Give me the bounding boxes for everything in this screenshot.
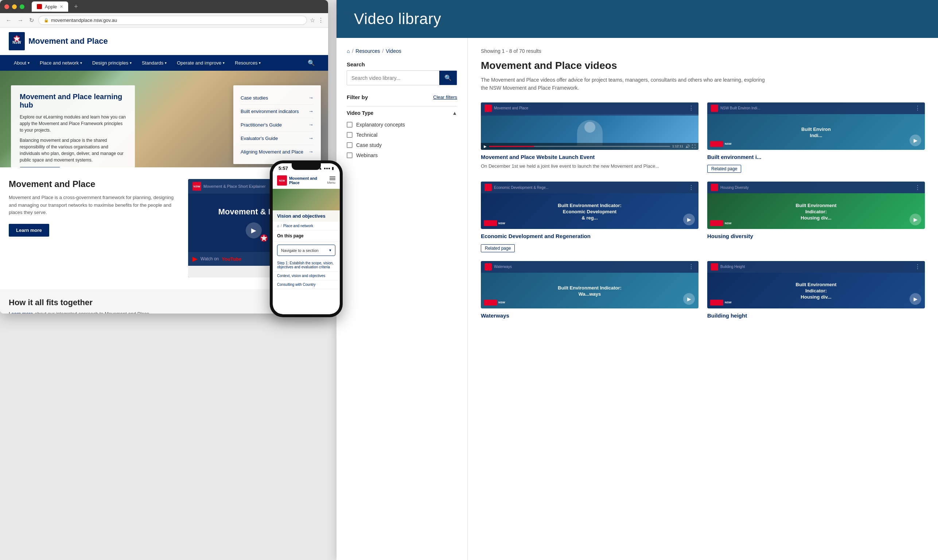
close-button[interactable] [5,5,9,9]
dropdown-case-studies[interactable]: Case studies → [241,91,314,105]
browser-toolbar: ← → ↻ 🔒 movementandplace.nsw.gov.au ☆ ⋮ [0,13,328,28]
chevron-down-icon: ▾ [259,61,261,65]
dropdown-practitioners-guide[interactable]: Practitioner's Guide → [241,118,314,132]
star-button[interactable]: ☆ [310,17,315,24]
nav-resources[interactable]: Resources ▾ [230,56,266,70]
hamburger-icon [329,178,335,178]
arrow-right-icon: → [308,149,314,155]
video-time: 1:12:11 [672,145,683,148]
nav-operate[interactable]: Operate and improve ▾ [172,56,230,70]
tab-close-button[interactable]: ✕ [60,5,63,9]
bottom-description: about our integrated approach to Movemen… [35,311,149,314]
menu-button[interactable]: ⋮ [318,17,324,24]
play-button[interactable]: ▶ [910,135,921,146]
filter-case-study[interactable]: Case study [347,140,457,150]
filter-explanatory-concepts[interactable]: Explanatory concepts [347,120,457,130]
dropdown-aligning[interactable]: Aligning Movement and Place → [241,145,314,158]
breadcrumb-videos: Videos [386,48,401,54]
content-learn-more-button[interactable]: Learn more [9,224,49,237]
home-icon[interactable]: ⌂ [347,48,350,54]
dropdown-evaluators-guide[interactable]: Evaluator's Guide → [241,132,314,145]
video-card-6[interactable]: Building Height ⋮ Built EnvironmentIndic… [707,261,925,322]
video-thumb-6: Building Height ⋮ Built EnvironmentIndic… [707,261,925,308]
checkbox-explanatory[interactable] [347,122,352,128]
video-card-4[interactable]: Housing Diversity ⋮ Built EnvironmentInd… [707,182,925,252]
on-this-page-label: On this page [273,231,340,242]
phone-status-icons: ▲ ●●● ▮ [318,166,334,170]
search-submit-button[interactable]: 🔍 [439,71,457,85]
watermark-logo [710,300,723,306]
breadcrumb-sep: / [382,48,383,54]
filter-technical[interactable]: Technical [347,130,457,140]
thumb-watermark: NSW [484,300,505,306]
chevron-down-icon: ▾ [329,248,331,253]
maximize-button[interactable] [20,5,25,9]
thumb-header: Economic Development & Rege... ⋮ [481,182,698,193]
video-card-1[interactable]: Movement and Place ⋮ ▶ [481,102,698,173]
results-count: Showing 1 - 8 of 70 results [481,48,925,54]
video-library-panel: Video library ⌂ / Resources / Videos Sea… [337,0,938,560]
new-tab-button[interactable]: + [74,3,78,11]
volume-icon[interactable]: 🔊 [685,145,690,148]
nav-design-principles[interactable]: Design principles ▾ [87,56,137,70]
thumb-logo: Economic Development & Rege... [484,184,549,191]
chevron-down-icon: ▾ [165,61,167,65]
play-control-button[interactable]: ▶ [484,145,487,148]
video-card-3[interactable]: Economic Development & Rege... ⋮ Built E… [481,182,698,252]
back-button[interactable]: ← [5,16,13,25]
url-bar[interactable]: 🔒 movementandplace.nsw.gov.au [38,16,307,25]
nav-standards[interactable]: Standards ▾ [137,56,172,70]
thumb-text: Built Environment Indicator:Economic Dev… [554,203,626,221]
watermark-logo [710,141,723,147]
nav-place-network[interactable]: Place and network ▾ [35,56,87,70]
checkbox-case-study[interactable] [347,142,352,148]
content-title: Movement and Place [9,179,177,189]
hero-text-1: Explore our eLearning modules and learn … [20,114,126,134]
video-type-filter: Video Type ▲ Explanatory concepts Techni… [347,106,457,160]
video-nsw-logo: NSW [192,182,201,191]
hero-learn-more-button[interactable]: Learn more [20,167,60,167]
checkbox-technical[interactable] [347,132,352,138]
video-card-2[interactable]: NSW Built Environ Indi... ⋮ Built Enviro… [707,102,925,173]
related-page-badge[interactable]: Related page [481,244,515,252]
filter-webinars[interactable]: Webinars [347,150,457,160]
minimize-button[interactable] [12,5,17,9]
arrow-right-icon: → [308,122,314,128]
youtube-icon: ▶ [192,255,198,263]
checkbox-webinars[interactable] [347,152,352,158]
card-title-6: Building height [707,312,925,319]
breadcrumb-place-network[interactable]: Place and network [283,224,313,228]
browser-tab[interactable]: Apple ✕ [32,2,68,12]
chevron-up-icon: ▲ [452,110,457,116]
forward-button[interactable]: → [16,16,25,25]
clear-filters-button[interactable]: Clear filters [433,94,457,100]
search-button[interactable]: 🔍 [303,55,319,71]
video-card-5[interactable]: Waterways ⋮ Built Environment Indicator:… [481,261,698,322]
phone-menu-button[interactable]: Menu [327,177,335,185]
phone-time: 5:57 [278,166,288,171]
play-button[interactable]: ▶ [910,293,921,305]
video-type-filter-toggle[interactable]: Video Type ▲ [347,106,457,120]
search-input[interactable] [347,71,439,85]
thumb-body: Built Environment Indicator:Economic Dev… [481,195,698,229]
bottom-learn-more-link[interactable]: Learn more [9,311,33,314]
refresh-button[interactable]: ↻ [28,15,35,25]
video-logo-area: NSW Movement & Place Short Explainer [192,182,266,191]
chevron-down-icon: ▾ [130,61,132,65]
nav-about[interactable]: About ▾ [9,56,35,70]
related-page-badge[interactable]: Related page [707,165,741,173]
phone-link-context[interactable]: Context, vision and objectives [273,272,340,280]
watermark-logo [484,300,497,306]
home-icon[interactable]: ⌂ [277,224,279,228]
nsw-logo[interactable]: NSW Movement and Place [9,32,108,50]
play-button[interactable]: ▶ [683,293,695,305]
breadcrumb-resources[interactable]: Resources [355,48,380,54]
dropdown-built-environment[interactable]: Built environment indicators → [241,105,314,118]
watermark-logo [484,220,497,226]
phone-link-step1[interactable]: Step 1: Establish the scope, vision, obj… [273,259,340,272]
site-header: NSW Movement and Place [0,28,328,55]
fullscreen-icon[interactable]: ⛶ [692,145,695,148]
thumb-logo: Movement and Place [484,105,528,112]
navigate-to-section-dropdown[interactable]: Navigate to a section ▾ [277,245,335,256]
phone-link-country[interactable]: Consulting with Country [273,280,340,289]
